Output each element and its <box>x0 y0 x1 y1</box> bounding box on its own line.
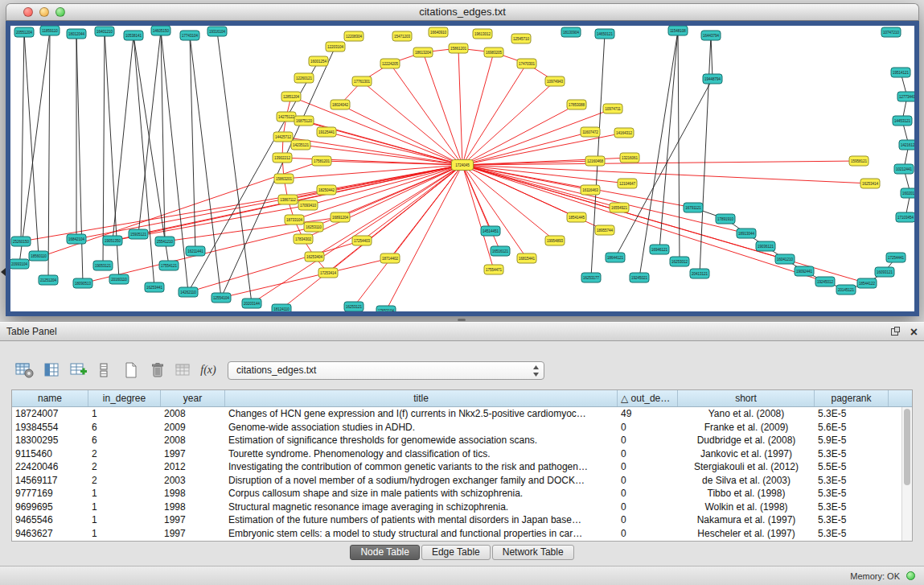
network-edge[interactable] <box>462 165 494 270</box>
network-node[interactable]: 16253441 <box>145 282 164 292</box>
network-node[interactable]: 16041210 <box>775 254 795 264</box>
network-edge[interactable] <box>48 31 50 280</box>
network-node[interactable]: 16842104 <box>67 234 86 244</box>
column-visibility-icon[interactable] <box>42 360 63 381</box>
function-builder-icon[interactable]: f(x) <box>198 360 219 381</box>
network-node[interactable]: 19245012 <box>815 277 835 286</box>
tab-edge-table[interactable]: Edge Table <box>421 545 491 560</box>
table-row[interactable]: 977716911998Corpus callosum shape and si… <box>12 487 912 501</box>
network-node[interactable]: 20145121 <box>836 285 856 295</box>
network-node[interactable]: 20203144 <box>242 299 261 308</box>
column-header-title[interactable]: title <box>225 390 618 406</box>
network-node[interactable]: 16116463 <box>581 185 600 195</box>
network-node[interactable]: 20551204 <box>14 27 34 37</box>
network-edge[interactable] <box>639 31 678 278</box>
network-node[interactable]: 18124110 <box>272 304 291 311</box>
network-node[interactable]: 16211441 <box>186 246 205 256</box>
network-edge[interactable] <box>76 165 462 239</box>
network-node[interactable]: 20993104 <box>10 259 29 269</box>
network-node[interactable]: 10974943 <box>545 76 565 86</box>
network-node[interactable]: 15905121 <box>129 229 148 239</box>
network-node[interactable]: 12773441 <box>897 92 914 101</box>
network-node[interactable]: 12224205 <box>380 59 400 68</box>
scrollbar-thumb[interactable] <box>904 409 910 485</box>
network-edge[interactable] <box>386 165 462 311</box>
network-edge[interactable] <box>133 35 154 287</box>
network-node[interactable]: 13216061 <box>620 153 639 163</box>
network-node[interactable]: 17253414 <box>318 268 338 278</box>
network-node[interactable]: 12208304 <box>344 31 363 41</box>
network-edge[interactable] <box>700 35 711 274</box>
network-node[interactable]: 17581201 <box>312 156 331 166</box>
network-node[interactable]: 19316104 <box>207 27 227 36</box>
network-node[interactable]: 20160110 <box>109 274 129 284</box>
network-node[interactable]: 16443794 <box>701 31 721 40</box>
network-node[interactable]: 14453121 <box>893 116 912 126</box>
network-node[interactable]: 12203104 <box>326 42 345 51</box>
network-node[interactable]: 10974711 <box>603 104 622 113</box>
network-node[interactable]: 18913044 <box>737 229 756 238</box>
network-node[interactable]: 13902212 <box>273 153 292 163</box>
network-node[interactable]: 17653104 <box>376 306 396 311</box>
network-edge[interactable] <box>24 32 39 256</box>
minimize-window-button[interactable] <box>39 7 49 17</box>
network-node[interactable]: 17853088 <box>567 100 586 109</box>
network-node[interactable]: 17093410 <box>298 200 318 210</box>
network-node[interactable]: 19448794 <box>703 74 722 84</box>
network-node[interactable]: 14164312 <box>614 128 634 138</box>
window-titlebar[interactable]: citations_edges.txt <box>6 3 919 21</box>
network-node[interactable]: 18024042 <box>331 100 350 109</box>
close-panel-icon[interactable]: × <box>910 325 918 340</box>
network-node[interactable]: 17254441 <box>886 253 906 262</box>
network-node[interactable]: 15863201 <box>274 174 294 183</box>
network-node[interactable]: 17470301 <box>517 59 536 68</box>
import-table-icon[interactable] <box>174 360 195 381</box>
network-edge[interactable] <box>462 165 825 282</box>
tab-network-table[interactable]: Network Table <box>492 545 574 560</box>
zoom-window-button[interactable] <box>55 7 65 17</box>
network-edge[interactable] <box>217 31 252 303</box>
network-node[interactable]: 18544122 <box>857 278 877 288</box>
network-node[interactable]: 16253121 <box>344 302 363 311</box>
network-node[interactable]: 19125441 <box>317 127 336 137</box>
network-node[interactable]: 16401210 <box>95 27 114 36</box>
delete-table-icon[interactable] <box>147 360 168 381</box>
network-edge[interactable] <box>678 31 680 262</box>
table-vertical-scrollbar[interactable] <box>901 407 912 541</box>
network-node[interactable]: 13867112 <box>278 195 298 204</box>
network-node[interactable]: 14514451 <box>481 226 500 236</box>
column-header-name[interactable]: name <box>12 390 88 406</box>
network-node[interactable]: 16253110 <box>304 222 323 232</box>
network-canvas[interactable]: 1724045158612011698320517470301109749431… <box>10 26 914 311</box>
table-row[interactable]: 1938455462009Genome-wide association stu… <box>12 421 912 435</box>
network-edge[interactable] <box>711 35 713 79</box>
new-table-icon[interactable] <box>121 360 142 381</box>
column-header-pagerank[interactable]: pagerank <box>815 390 889 406</box>
network-node[interactable]: 11548108 <box>668 26 688 35</box>
network-file-select[interactable]: citations_edges.txt <box>228 361 544 380</box>
table-row[interactable]: 946554611997Estimation of the future num… <box>12 513 912 527</box>
network-edge[interactable] <box>113 35 133 241</box>
network-node[interactable]: 11859110 <box>40 26 60 35</box>
network-edge[interactable] <box>190 35 195 251</box>
network-node[interactable]: 12104647 <box>618 179 637 188</box>
network-node[interactable]: 15861201 <box>449 43 468 53</box>
network-node[interactable]: 16815441 <box>517 253 536 263</box>
splitter-handle[interactable] <box>458 319 466 321</box>
network-node[interactable]: 12554104 <box>211 293 231 303</box>
table-mode-icon[interactable] <box>14 360 35 381</box>
network-node[interactable]: 25260150 <box>11 237 31 246</box>
network-node[interactable]: 17891910 <box>716 214 735 224</box>
network-node[interactable]: 12160468 <box>585 156 605 166</box>
network-node[interactable]: 14650121 <box>595 29 614 39</box>
network-node[interactable]: 19514121 <box>891 68 910 77</box>
network-node[interactable]: 16640910 <box>429 27 448 37</box>
close-window-button[interactable] <box>23 7 33 17</box>
network-node[interactable]: 19036121 <box>756 241 775 251</box>
network-edge[interactable] <box>462 165 746 233</box>
network-edge[interactable] <box>462 52 494 165</box>
network-node[interactable]: 18250442 <box>317 185 336 195</box>
table-row[interactable]: 946362711997Embryonic stem cells: a mode… <box>12 527 912 541</box>
network-node[interactable]: 18130904 <box>561 27 581 37</box>
table-row[interactable]: 969969511998Structural magnetic resonanc… <box>12 501 912 514</box>
